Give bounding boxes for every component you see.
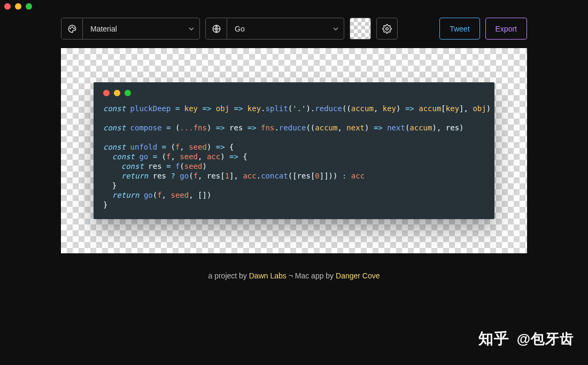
background-color-button[interactable] bbox=[350, 18, 371, 40]
globe-icon bbox=[206, 18, 227, 39]
theme-select[interactable]: Material bbox=[61, 18, 200, 40]
close-icon[interactable] bbox=[4, 3, 11, 10]
toolbar: Material Go Tweet Export bbox=[61, 18, 527, 40]
minimize-icon[interactable] bbox=[15, 3, 21, 10]
svg-point-0 bbox=[69, 28, 71, 29]
export-button[interactable]: Export bbox=[485, 18, 527, 40]
chevron-down-icon bbox=[183, 18, 199, 39]
tweet-button-label: Tweet bbox=[450, 25, 469, 33]
footer-middle: ¬ Mac app by bbox=[287, 271, 336, 280]
theme-select-value: Material bbox=[83, 18, 183, 39]
palette-icon bbox=[61, 18, 83, 39]
svg-point-4 bbox=[386, 27, 389, 30]
language-select[interactable]: Go bbox=[205, 18, 344, 40]
watermark: 知乎 @包牙齿 bbox=[478, 329, 574, 349]
footer-prefix: a project by bbox=[208, 271, 249, 280]
zoom-icon[interactable] bbox=[26, 3, 32, 10]
zoom-icon bbox=[125, 90, 131, 96]
chevron-down-icon bbox=[328, 18, 344, 39]
preview-canvas: const pluckDeep = key => obj => key.spli… bbox=[61, 48, 527, 253]
watermark-handle: @包牙齿 bbox=[517, 330, 574, 348]
export-button-label: Export bbox=[496, 25, 517, 33]
gear-icon bbox=[382, 24, 392, 34]
code-card[interactable]: const pluckDeep = key => obj => key.spli… bbox=[94, 82, 494, 219]
svg-point-2 bbox=[73, 28, 74, 29]
close-icon bbox=[103, 90, 110, 96]
language-select-value: Go bbox=[227, 18, 328, 39]
tweet-button[interactable]: Tweet bbox=[439, 18, 479, 40]
minimize-icon bbox=[114, 90, 120, 96]
app-window-controls bbox=[4, 3, 32, 10]
settings-button[interactable] bbox=[376, 18, 398, 40]
card-window-controls bbox=[103, 90, 485, 96]
danger-cove-link[interactable]: Danger Cove bbox=[336, 271, 380, 280]
zhihu-logo-icon: 知乎 bbox=[478, 329, 509, 349]
dawn-labs-link[interactable]: Dawn Labs bbox=[249, 271, 287, 280]
footer-credits: a project by Dawn Labs ¬ Mac app by Dang… bbox=[0, 271, 588, 280]
code-editor[interactable]: const pluckDeep = key => obj => key.spli… bbox=[103, 104, 485, 209]
svg-point-1 bbox=[72, 26, 73, 27]
